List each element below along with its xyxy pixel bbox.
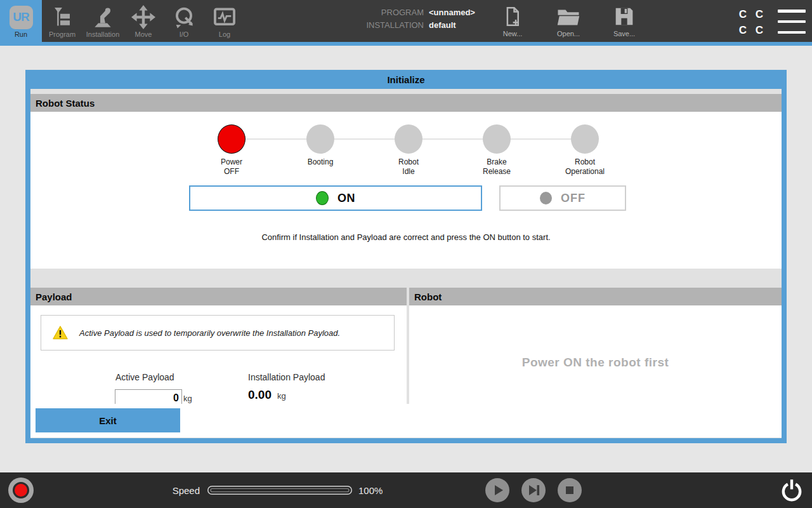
new-file-icon — [503, 4, 522, 29]
installation-payload-value: 0.00 — [248, 388, 272, 402]
new-label: New... — [503, 30, 523, 37]
step-label-line1: Power — [187, 157, 276, 167]
payload-warning-text: Active Payload is used to temporarily ov… — [79, 328, 340, 338]
power-off-button[interactable]: OFF — [499, 185, 626, 211]
gray-status-dot-icon — [540, 192, 552, 204]
tab-program-label: Program — [49, 30, 75, 38]
installation-key: INSTALLATION — [355, 19, 424, 32]
open-button[interactable]: Open... — [547, 4, 589, 39]
program-key: PROGRAM — [355, 6, 424, 19]
corner-letters: C C C C — [735, 6, 768, 38]
io-icon — [172, 4, 196, 30]
power-button[interactable] — [779, 478, 804, 502]
power-on-label: ON — [337, 192, 355, 205]
robot-message: Power ON the robot first — [409, 305, 782, 419]
active-payload-unit: kg — [183, 394, 192, 403]
corner-letter: C — [735, 6, 751, 22]
speed-label: Speed — [152, 472, 200, 508]
step-label-line1: Brake — [452, 157, 541, 167]
stop-icon — [558, 478, 582, 502]
payload-section: Payload Active Payload is used to tempor… — [30, 288, 407, 419]
green-status-dot-icon — [316, 191, 329, 205]
power-on-button[interactable]: ON — [189, 185, 482, 211]
tab-run[interactable]: UR Run — [0, 0, 42, 42]
play-button[interactable] — [485, 478, 509, 502]
tab-log[interactable]: Log — [204, 0, 245, 42]
exit-row: Exit — [30, 404, 782, 438]
ur-logo-icon: UR — [10, 4, 33, 30]
installation-payload-label: Installation Payload — [248, 372, 325, 382]
payload-header: Payload — [30, 288, 407, 305]
file-actions: New... Open... — [492, 4, 645, 39]
exit-button[interactable]: Exit — [36, 408, 180, 432]
status-dot — [306, 124, 334, 154]
play-icon — [485, 478, 509, 502]
tab-io[interactable]: I/O — [164, 0, 204, 42]
save-label: Save... — [613, 30, 635, 37]
tab-move[interactable]: Move — [123, 0, 164, 42]
dialog-title: Initialize — [25, 70, 787, 89]
step-label-line1: Booting — [276, 157, 365, 167]
speed-value: 100% — [358, 472, 383, 508]
instruction-text: Confirm if Installation and Payload are … — [30, 232, 782, 242]
step-forward-icon — [521, 478, 546, 502]
step-label-line2: Release — [452, 167, 541, 177]
robot-section: Robot Power ON the robot first — [409, 288, 782, 419]
log-icon — [213, 4, 237, 30]
corner-letter: C — [735, 22, 751, 38]
top-toolbar: UR Run Program — [0, 0, 812, 42]
initialize-dialog: Initialize Robot Status Power OFF Bootin… — [25, 70, 787, 443]
tab-run-label: Run — [15, 30, 27, 38]
dialog-body: Robot Status Power OFF Booting — [30, 89, 782, 438]
tab-log-label: Log — [219, 30, 230, 38]
installation-name: default — [429, 19, 456, 32]
tab-io-label: I/O — [180, 30, 189, 38]
step-label-line1: Robot — [540, 157, 629, 167]
speed-slider[interactable] — [207, 486, 352, 495]
save-button[interactable]: Save... — [603, 4, 645, 39]
open-label: Open... — [557, 30, 580, 37]
step-label-line2: Operational — [540, 167, 629, 177]
hamburger-menu-icon[interactable] — [778, 10, 806, 34]
program-name: <unnamed> — [429, 6, 475, 19]
robot-status-section: Power OFF Booting Robot Idle — [30, 112, 782, 269]
save-floppy-icon — [614, 4, 634, 29]
program-icon — [51, 4, 74, 30]
power-off-label: OFF — [561, 192, 586, 205]
robot-header: Robot — [409, 288, 782, 305]
installation-payload-unit: kg — [277, 391, 286, 401]
footer-bar: Speed 100% — [0, 472, 812, 508]
corner-letter: C — [751, 6, 768, 22]
toolbar-accent-strip — [0, 42, 812, 46]
payload-warning: Active Payload is used to temporarily ov… — [41, 315, 395, 351]
new-button[interactable]: New... — [492, 4, 534, 39]
robot-status-indicator[interactable] — [8, 478, 34, 503]
status-dot — [571, 124, 599, 154]
robot-status-header: Robot Status — [30, 94, 782, 112]
red-indicator-icon — [13, 482, 29, 498]
tab-installation-label: Installation — [86, 30, 120, 38]
step-label-line2: Idle — [364, 167, 453, 177]
status-dot — [483, 124, 511, 154]
tab-program[interactable]: Program — [42, 0, 82, 42]
active-payload-label: Active Payload — [115, 372, 174, 382]
power-icon — [780, 478, 803, 502]
stop-button[interactable] — [558, 478, 582, 502]
installation-payload-row: 0.00 kg — [248, 388, 286, 402]
step-forward-button[interactable] — [521, 478, 546, 502]
status-dot-red — [218, 124, 246, 154]
tab-move-label: Move — [135, 30, 152, 38]
ur-logo-text: UR — [13, 10, 29, 24]
move-icon — [131, 4, 155, 30]
tab-installation[interactable]: Installation — [82, 0, 123, 42]
main-tabs: UR Run Program — [0, 0, 245, 42]
step-label-line1: Robot — [364, 157, 453, 167]
corner-letter: C — [751, 22, 768, 38]
step-label-line2: OFF — [187, 167, 276, 177]
status-dot — [395, 124, 422, 154]
warning-icon — [53, 326, 68, 340]
polyscope-screen: UR Run Program — [0, 0, 812, 508]
installation-icon — [90, 4, 115, 30]
open-folder-icon — [557, 4, 580, 29]
